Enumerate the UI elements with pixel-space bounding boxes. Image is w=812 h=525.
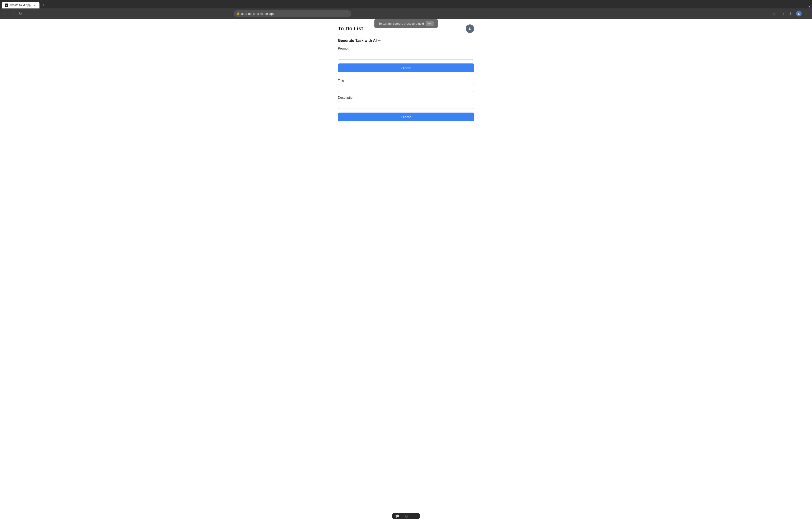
user-avatar[interactable]: L <box>466 25 474 33</box>
profile-button[interactable]: L <box>796 11 802 16</box>
back-icon: ← <box>3 12 7 16</box>
chat-icon[interactable]: 💬 <box>395 514 399 518</box>
download-button[interactable]: ⬇ <box>787 10 794 17</box>
address-bar[interactable]: 🔒 ai-to-do-list-xi.vercel.app <box>234 10 351 17</box>
bottom-toolbar: 💬 ◎ ☰ <box>392 513 420 519</box>
toolbar-divider-2 <box>411 514 411 518</box>
reload-button[interactable]: ↻ <box>17 10 24 17</box>
title-label: Title <box>338 79 474 82</box>
lock-icon: 🔒 <box>236 12 240 15</box>
menu-button[interactable]: ⋮ <box>803 10 810 17</box>
section-title-text: Generate Task with AI <box>338 39 377 43</box>
star-icon: ☆ <box>772 12 775 15</box>
circle-icon[interactable]: ◎ <box>405 514 408 518</box>
user-avatar-label: L <box>469 27 471 31</box>
manual-form-section: Title Description Create <box>338 79 474 126</box>
ai-prompt-section: Prompt Create <box>338 46 474 77</box>
menu-icon: ⋮ <box>805 12 809 15</box>
profile-label: L <box>798 12 800 15</box>
description-input[interactable] <box>338 101 474 109</box>
address-bar-row: ← → ↻ 🔒 ai-to-do-list-xi.vercel.app ☆ ⬚ … <box>0 9 812 19</box>
new-tab-button[interactable]: + <box>41 2 47 9</box>
title-input[interactable] <box>338 84 474 92</box>
title-group: Title <box>338 79 474 92</box>
page-content: To-Do List L Generate Task with AI ✏ Pro… <box>0 19 812 525</box>
reload-icon: ↻ <box>19 12 22 16</box>
tab-title: Create Next App <box>10 3 31 7</box>
active-tab[interactable]: Create Next App ✕ <box>2 2 40 9</box>
extensions-icon: ⬚ <box>781 12 784 15</box>
forward-button[interactable]: → <box>10 10 16 17</box>
address-bar-actions: ☆ ⬚ ⬇ L ⋮ <box>771 10 810 17</box>
back-button[interactable]: ← <box>2 10 9 17</box>
section-title: Generate Task with AI ✏ <box>338 39 474 43</box>
pencil-icon: ✏ <box>378 39 381 43</box>
description-group: Description <box>338 96 474 109</box>
extensions-button[interactable]: ⬚ <box>779 10 786 17</box>
create-form-button[interactable]: Create <box>338 112 474 121</box>
star-button[interactable]: ☆ <box>771 10 777 17</box>
fullscreen-toast-text: To exit full screen, press and hold <box>379 22 424 25</box>
tab-bar: Create Next App ✕ + ▾ <box>0 0 812 9</box>
tab-bar-right: ▾ <box>809 5 812 9</box>
tab-dropdown-button[interactable]: ▾ <box>809 5 810 9</box>
main-form-area: To-Do List L Generate Task with AI ✏ Pro… <box>338 25 474 126</box>
forward-icon: → <box>11 12 15 16</box>
hamburger-icon[interactable]: ☰ <box>414 514 417 518</box>
create-ai-button[interactable]: Create <box>338 63 474 72</box>
prompt-input[interactable] <box>338 52 474 60</box>
browser-chrome: Create Next App ✕ + ▾ ← → ↻ 🔒 ai-to-do-l… <box>0 0 812 19</box>
page-title: To-Do List <box>338 26 363 32</box>
prompt-group: Prompt <box>338 46 474 60</box>
esc-badge: esc <box>426 21 433 26</box>
tab-close-button[interactable]: ✕ <box>33 3 37 7</box>
description-label: Description <box>338 96 474 100</box>
fullscreen-toast: To exit full screen, press and hold esc <box>374 19 438 28</box>
address-text: ai-to-do-list-xi.vercel.app <box>241 12 349 15</box>
tab-favicon <box>5 3 8 7</box>
download-icon: ⬇ <box>790 12 792 15</box>
prompt-label: Prompt <box>338 46 474 50</box>
